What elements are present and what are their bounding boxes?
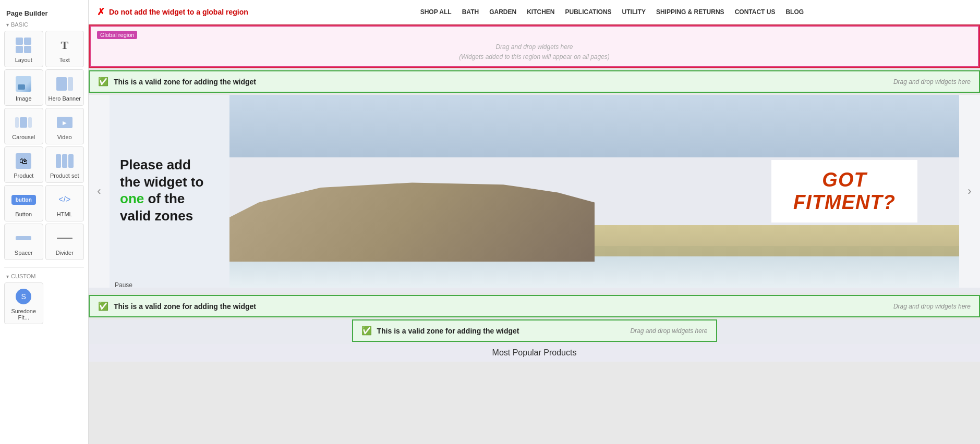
carousel-one: one: [120, 191, 144, 206]
sidebar-item-product-set-label: Product set: [50, 172, 79, 179]
sidebar-title: Page Builder: [0, 4, 88, 19]
sidebar-item-video[interactable]: Video: [45, 108, 84, 144]
sidebar-item-text[interactable]: T Text: [45, 31, 84, 67]
sidebar-item-divider-label: Divider: [56, 250, 74, 256]
valid-zone-1-drop-hint: Drag and drop widgets here: [893, 78, 971, 85]
global-region-label: Global region: [97, 31, 137, 39]
sidebar-item-suredone-label: Suredone Fit...: [7, 308, 41, 320]
sky-bg: [229, 95, 959, 157]
nav-garden[interactable]: GARDEN: [489, 8, 516, 16]
video-icon: [55, 113, 74, 132]
valid-zone-2-check: ✅: [98, 301, 108, 311]
valid-zone-3-text: This is a valid zone for adding the widg…: [377, 327, 519, 335]
nav-shop-all[interactable]: SHOP ALL: [420, 8, 452, 16]
valid-zone-1-check: ✅: [98, 77, 108, 87]
drop-hint-line1: Drag and drop widgets here: [97, 42, 972, 52]
basic-items-grid: Layout T Text Image Hero Banner: [0, 31, 88, 264]
custom-section-label: CUSTOM: [0, 271, 88, 282]
sidebar-item-video-label: Video: [57, 134, 72, 140]
carousel-left-panel: Please add the widget to one of the vali…: [110, 95, 229, 288]
sidebar-item-product[interactable]: 🛍 Product: [4, 146, 43, 183]
product-icon: 🛍: [14, 152, 33, 170]
warning-icon: ✗: [97, 6, 105, 18]
nav-publications[interactable]: PUBLICATIONS: [565, 8, 612, 16]
sidebar-item-hero-banner-label: Hero Banner: [49, 95, 81, 102]
global-region: Global region Drag and drop widgets here…: [90, 26, 979, 67]
button-widget-icon: button: [14, 190, 33, 209]
sidebar-item-html[interactable]: </> HTML: [45, 185, 84, 221]
most-popular-section: Most Popular Products: [89, 344, 980, 362]
sidebar-item-product-set[interactable]: Product set: [45, 146, 84, 183]
car-body: [229, 163, 595, 262]
warning-bar: ✗ Do not add the widget to a global regi…: [89, 0, 980, 24]
fitment-text: GOT FITMENT?: [787, 169, 902, 214]
carousel-instruction-text: Please add the widget to one of the vali…: [120, 156, 219, 224]
sidebar: Page Builder BASIC Layout T Text Image: [0, 0, 89, 444]
carousel-next-button[interactable]: ›: [959, 95, 980, 288]
valid-zone-2[interactable]: ✅ This is a valid zone for adding the wi…: [89, 295, 980, 317]
valid-zone-1[interactable]: ✅ This is a valid zone for adding the wi…: [89, 70, 980, 93]
sidebar-item-spacer[interactable]: Spacer: [4, 224, 43, 260]
html-icon: </>: [55, 190, 74, 209]
carousel-icon: [14, 113, 33, 132]
carousel-line4: valid zones: [120, 208, 193, 224]
sidebar-item-hero-banner[interactable]: Hero Banner: [45, 69, 84, 106]
nav-contact[interactable]: CONTACT US: [735, 8, 776, 16]
divider-icon: [55, 229, 74, 248]
carousel-wrapper: ‹ Please add the widget to one of the va…: [89, 95, 980, 288]
bottom-zones: ✅ This is a valid zone for adding the wi…: [89, 319, 980, 362]
hero-banner-icon: [55, 75, 74, 93]
carousel-line2: the widget to: [120, 174, 203, 190]
sidebar-item-image[interactable]: Image: [4, 69, 43, 106]
sidebar-item-layout-label: Layout: [15, 57, 32, 63]
spacer-icon: [14, 229, 33, 248]
carousel-image-area: GOT FITMENT?: [229, 95, 959, 288]
sidebar-item-image-label: Image: [16, 95, 32, 102]
basic-section-label: BASIC: [0, 19, 88, 31]
layout-icon: [14, 36, 33, 55]
drop-hint-line2: (Widgets added to this region will appea…: [97, 52, 972, 62]
global-region-drop-hint: Drag and drop widgets here (Widgets adde…: [97, 42, 972, 62]
sidebar-item-html-label: HTML: [57, 211, 72, 217]
valid-zone-3[interactable]: ✅ This is a valid zone for adding the wi…: [352, 319, 717, 342]
sidebar-divider: [4, 267, 84, 268]
carousel-line3: of the: [148, 191, 185, 206]
sidebar-item-button[interactable]: button Button: [4, 185, 43, 221]
text-icon: T: [55, 36, 74, 55]
nav-kitchen[interactable]: KITCHEN: [527, 8, 554, 16]
custom-items-grid: S Suredone Fit...: [0, 282, 88, 328]
sidebar-item-product-label: Product: [14, 172, 33, 179]
valid-zone-3-drop-hint: Drag and drop widgets here: [630, 327, 707, 335]
sidebar-item-carousel-label: Carousel: [12, 134, 35, 140]
valid-zone-3-check: ✅: [361, 326, 372, 336]
fitment-box: GOT FITMENT?: [771, 160, 917, 223]
valid-zone-2-text: This is a valid zone for adding the widg…: [114, 302, 256, 311]
sidebar-item-carousel[interactable]: Carousel: [4, 108, 43, 144]
image-icon: [14, 75, 33, 93]
carousel-pause-button[interactable]: Pause: [115, 281, 132, 289]
warning-text: Do not add the widget to a global region: [109, 8, 248, 16]
sidebar-item-spacer-label: Spacer: [15, 250, 33, 256]
valid-zone-2-drop-hint: Drag and drop widgets here: [893, 303, 971, 310]
most-popular-text: Most Popular Products: [492, 348, 577, 357]
product-set-icon: [55, 152, 74, 170]
carousel-prev-button[interactable]: ‹: [89, 95, 110, 288]
carousel-line1: Please add: [120, 157, 191, 172]
nav-bath[interactable]: BATH: [462, 8, 479, 16]
sidebar-item-text-label: Text: [59, 57, 70, 63]
sidebar-item-button-label: Button: [15, 211, 32, 217]
carousel-section: ‹ Please add the widget to one of the va…: [89, 95, 980, 293]
sidebar-item-layout[interactable]: Layout: [4, 31, 43, 67]
nav-utility[interactable]: UTILITY: [622, 8, 646, 16]
nav-bar: SHOP ALL BATH GARDEN KITCHEN PUBLICATION…: [252, 8, 972, 16]
sidebar-item-suredone[interactable]: S Suredone Fit...: [4, 282, 43, 324]
valid-zone-1-text: This is a valid zone for adding the widg…: [114, 78, 256, 86]
main-area: ✗ Do not add the widget to a global regi…: [89, 0, 980, 444]
global-region-container: Global region Drag and drop widgets here…: [89, 24, 980, 68]
suredone-icon: S: [14, 287, 33, 306]
nav-shipping[interactable]: SHIPPING & RETURNS: [656, 8, 724, 16]
nav-blog[interactable]: BLOG: [785, 8, 804, 16]
sidebar-item-divider[interactable]: Divider: [45, 224, 84, 260]
top-bar: ✗ Do not add the widget to a global regi…: [89, 0, 980, 24]
